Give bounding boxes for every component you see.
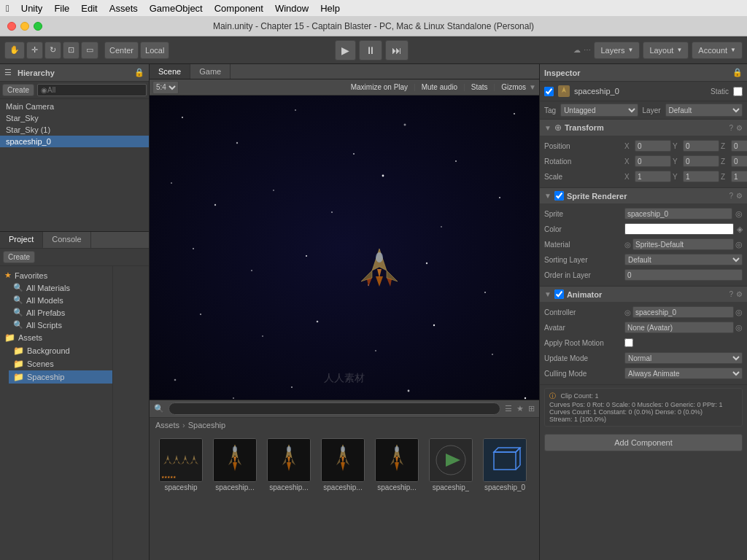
object-enabled-checkbox[interactable] — [544, 87, 554, 96]
game-tab[interactable]: Game — [190, 64, 231, 79]
hierarchy-create-btn[interactable]: Create — [2, 84, 34, 96]
stats-btn[interactable]: Stats — [471, 83, 488, 91]
pause-button[interactable]: ⏸ — [359, 40, 382, 61]
tab-console[interactable]: Console — [43, 232, 90, 248]
menu-component[interactable]: Component — [214, 3, 263, 14]
tree-all-prefabs[interactable]: 🔍 All Prefabs — [9, 306, 112, 319]
tree-favorites[interactable]: ★ Favorites — [0, 269, 112, 281]
play-button[interactable]: ▶ — [335, 40, 356, 61]
local-btn[interactable]: Local — [140, 42, 169, 59]
tree-background[interactable]: 📁 Background — [9, 344, 112, 357]
controller-select-icon[interactable]: ◎ — [735, 308, 743, 317]
rotate-tool[interactable]: ↻ — [44, 42, 61, 59]
update-mode-select[interactable]: Normal — [624, 352, 743, 364]
rotation-x-input[interactable] — [635, 155, 671, 167]
transform-header[interactable]: ▼ ⊕ Transform ? ⚙ — [540, 120, 747, 136]
layout-dropdown[interactable]: Layout — [643, 42, 689, 59]
inspector-lock-icon[interactable]: 🔒 — [732, 68, 743, 77]
rect-tool[interactable]: ▭ — [81, 42, 98, 59]
menu-assets[interactable]: Assets — [109, 3, 138, 14]
layer-select[interactable]: Default — [665, 104, 743, 117]
asset-item-prefab[interactable]: spaceship_0 — [479, 435, 530, 494]
sprite-input[interactable] — [624, 208, 732, 219]
tree-spaceship[interactable]: 📁 Spaceship — [9, 370, 112, 384]
material-input[interactable] — [632, 238, 734, 250]
asset-item-spritesheet[interactable]: ★★★★★ spaceship — [155, 435, 206, 494]
hand-tool[interactable]: ✋ — [4, 42, 25, 59]
scale-tool[interactable]: ⊡ — [63, 42, 80, 59]
tree-all-models[interactable]: 🔍 All Models — [9, 294, 112, 306]
apple-menu[interactable]:  — [6, 3, 9, 14]
sprite-renderer-enabled-checkbox[interactable] — [554, 191, 564, 201]
sprite-select-icon[interactable]: ◎ — [735, 209, 743, 219]
sprite-renderer-help-icon[interactable]: ? — [729, 192, 733, 200]
mute-audio-btn[interactable]: Mute audio — [422, 83, 457, 91]
position-z-input[interactable] — [731, 140, 747, 152]
avatar-input[interactable] — [624, 322, 734, 333]
tag-select[interactable]: Untagged — [560, 104, 638, 117]
tree-scenes[interactable]: 📁 Scenes — [9, 357, 112, 370]
rotation-y-input[interactable] — [683, 155, 719, 167]
position-y-input[interactable] — [683, 140, 719, 152]
minimize-window-btn[interactable] — [20, 22, 29, 31]
menu-edit[interactable]: Edit — [81, 3, 97, 14]
sprite-renderer-gear-icon[interactable]: ⚙ — [736, 192, 743, 200]
asset-item-4[interactable]: spaceship... — [371, 435, 422, 494]
asset-item-2[interactable]: spaceship... — [263, 435, 314, 494]
transform-help-icon[interactable]: ? — [729, 124, 733, 132]
menu-gameobject[interactable]: GameObject — [150, 3, 203, 14]
path-spaceship[interactable]: Spaceship — [188, 421, 225, 429]
animator-help-icon[interactable]: ? — [729, 290, 733, 298]
scale-z-input[interactable] — [731, 171, 747, 182]
menu-file[interactable]: File — [54, 3, 69, 14]
account-dropdown[interactable]: Account — [692, 42, 743, 59]
transform-gear-icon[interactable]: ⚙ — [736, 124, 743, 132]
assets-filter-icon[interactable]: ☰ — [505, 404, 512, 413]
culling-mode-select[interactable]: Always Animate — [624, 368, 743, 379]
asset-item-1[interactable]: spaceship... — [209, 435, 260, 494]
avatar-select-icon[interactable]: ◎ — [735, 323, 743, 332]
assets-search-input[interactable] — [169, 402, 500, 415]
material-select-icon[interactable]: ◎ — [735, 240, 743, 249]
project-create-btn[interactable]: Create — [3, 251, 35, 263]
close-window-btn[interactable] — [7, 22, 16, 31]
add-component-button[interactable]: Add Component — [544, 434, 743, 451]
color-picker-icon[interactable]: ◈ — [737, 225, 743, 234]
hierarchy-item-spaceship[interactable]: spaceship_0 — [0, 136, 149, 147]
gizmos-btn[interactable]: Gizmos — [501, 83, 526, 91]
center-btn[interactable]: Center — [104, 42, 139, 59]
scene-viewport[interactable]: 人人素材 — [150, 96, 539, 400]
scale-y-input[interactable] — [683, 171, 719, 182]
position-x-input[interactable] — [635, 140, 671, 152]
scene-ratio-select[interactable]: 5:4 — [152, 81, 179, 94]
tree-assets[interactable]: 📁 Assets — [0, 331, 112, 344]
tab-project[interactable]: Project — [0, 232, 43, 248]
sprite-renderer-header[interactable]: ▼ Sprite Renderer ? ⚙ — [540, 188, 747, 203]
asset-item-3[interactable]: spaceship... — [317, 435, 368, 494]
color-swatch[interactable] — [624, 223, 734, 235]
layers-dropdown[interactable]: Layers — [594, 42, 640, 59]
tree-all-scripts[interactable]: 🔍 All Scripts — [9, 319, 112, 331]
animator-gear-icon[interactable]: ⚙ — [736, 290, 743, 298]
assets-expand-icon[interactable]: ⊞ — [528, 404, 535, 413]
maximize-window-btn[interactable] — [34, 22, 42, 31]
controller-input[interactable] — [632, 306, 734, 318]
rotation-z-input[interactable] — [731, 155, 747, 167]
apply-root-motion-checkbox[interactable] — [624, 338, 633, 347]
tree-all-materials[interactable]: 🔍 All Materials — [9, 281, 112, 294]
step-button[interactable]: ⏭ — [385, 40, 409, 61]
static-checkbox[interactable] — [733, 87, 743, 96]
path-assets[interactable]: Assets — [155, 421, 179, 429]
animator-header[interactable]: ▼ Animator ? ⚙ — [540, 287, 747, 302]
move-tool[interactable]: ✛ — [26, 42, 43, 59]
hierarchy-item-star-sky[interactable]: Star_Sky — [0, 112, 149, 124]
menu-unity[interactable]: Unity — [21, 3, 43, 14]
animator-enabled-checkbox[interactable] — [554, 289, 564, 299]
scene-tab[interactable]: Scene — [150, 64, 190, 79]
scale-x-input[interactable] — [635, 171, 671, 182]
hierarchy-search-input[interactable] — [37, 84, 147, 96]
menu-window[interactable]: Window — [275, 3, 309, 14]
assets-star-icon[interactable]: ★ — [516, 404, 524, 413]
hierarchy-lock-icon[interactable]: 🔒 — [134, 68, 144, 77]
asset-item-animator[interactable]: spaceship_ — [425, 435, 476, 494]
